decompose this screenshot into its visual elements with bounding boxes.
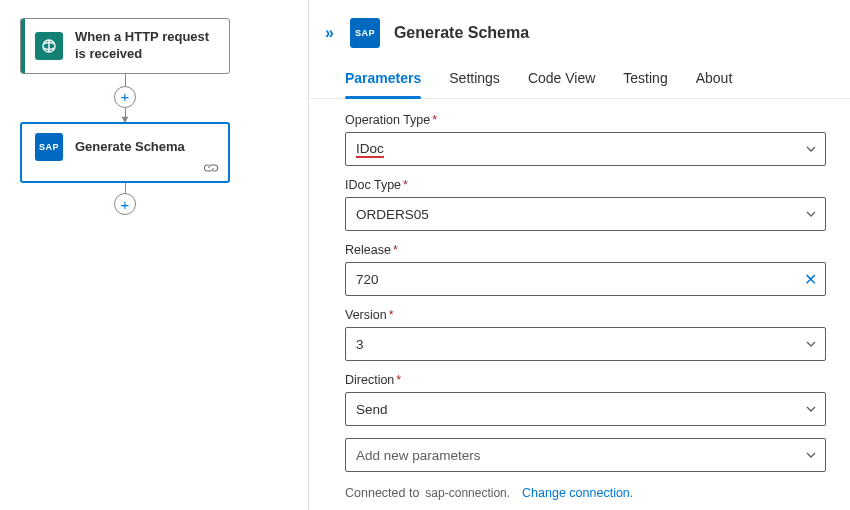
input-release[interactable]: 720 ✕ [345,262,826,296]
connector-line [125,74,126,86]
select-version[interactable]: 3 [345,327,826,361]
chevron-down-icon [805,403,817,415]
add-step-button[interactable]: + [114,193,136,215]
connection-link-icon [202,161,220,175]
label-direction: Direction* [345,373,826,387]
value-direction: Send [356,402,388,417]
select-add-new-parameters[interactable]: Add new parameters [345,438,826,472]
chevron-down-icon [805,143,817,155]
collapse-panel-button[interactable]: » [323,22,336,44]
select-idoc-type[interactable]: ORDERS05 [345,197,826,231]
connector-end: + [20,183,230,215]
sap-icon [350,18,380,48]
tab-parameters[interactable]: Parameters [345,62,421,98]
field-version: Version* 3 [345,308,826,361]
label-idoc-type: IDoc Type* [345,178,826,192]
action-node-title: Generate Schema [75,139,185,156]
field-release: Release* 720 ✕ [345,243,826,296]
field-direction: Direction* Send [345,373,826,426]
field-add-new-parameters: Add new parameters [345,438,826,472]
value-release: 720 [356,272,379,287]
select-operation-type[interactable]: IDoc [345,132,826,166]
field-operation-type: Operation Type* IDoc [345,113,826,166]
panel-tabs: Parameters Settings Code View Testing Ab… [309,56,850,99]
change-connection-link[interactable]: Change connection. [522,486,633,500]
connected-to-label: Connected to [345,486,419,500]
connector: + ▼ [20,74,230,123]
action-details-panel: » Generate Schema Parameters Settings Co… [308,0,850,510]
label-operation-type: Operation Type* [345,113,826,127]
label-version: Version* [345,308,826,322]
chevron-down-icon [805,338,817,350]
sap-icon [35,133,63,161]
chevron-down-icon [805,208,817,220]
value-idoc-type: ORDERS05 [356,207,429,222]
parameters-form: Operation Type* IDoc IDoc Type* ORDERS05… [309,99,850,482]
value-operation-type: IDoc [356,141,384,158]
http-trigger-icon [35,32,63,60]
tab-about[interactable]: About [696,62,733,98]
trigger-node-title: When a HTTP request is received [75,29,215,63]
value-version: 3 [356,337,364,352]
tab-code-view[interactable]: Code View [528,62,595,98]
clear-icon[interactable]: ✕ [804,270,817,289]
action-node-generate-schema[interactable]: Generate Schema [20,122,230,183]
label-release: Release* [345,243,826,257]
connection-footer: Connected to sap-connection. Change conn… [309,482,850,510]
trigger-node-http-request[interactable]: When a HTTP request is received [20,18,230,74]
tab-testing[interactable]: Testing [623,62,667,98]
placeholder-add-new: Add new parameters [356,448,481,463]
tab-settings[interactable]: Settings [449,62,500,98]
field-idoc-type: IDoc Type* ORDERS05 [345,178,826,231]
select-direction[interactable]: Send [345,392,826,426]
panel-header: » Generate Schema [309,0,850,56]
add-step-button[interactable]: + [114,86,136,108]
node-accent-strip [21,19,25,73]
workflow-canvas: When a HTTP request is received + ▼ Gene… [0,0,308,510]
chevron-down-icon [805,449,817,461]
connection-name: sap-connection. [425,486,510,500]
connector-line [125,183,126,193]
panel-title: Generate Schema [394,24,529,42]
